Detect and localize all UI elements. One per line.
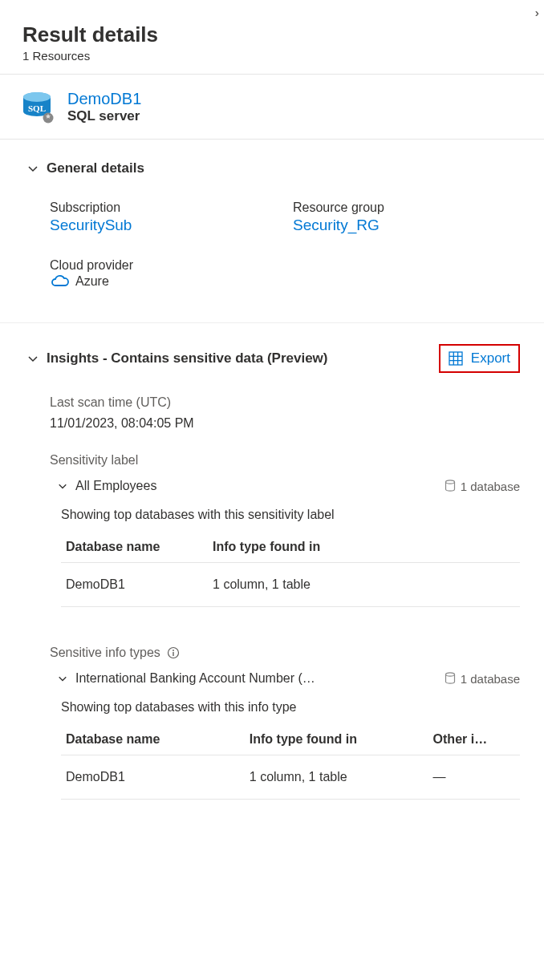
- export-label: Export: [471, 350, 510, 366]
- sensitivity-label-group: Sensitivity label All Employees 1 databa…: [50, 453, 520, 607]
- grid-icon: [449, 351, 463, 366]
- resource-type-label: SQL server: [67, 108, 141, 124]
- insights-body: Last scan time (UTC) 11/01/2023, 08:04:0…: [27, 373, 520, 800]
- info-type-count: 1 database: [445, 672, 520, 686]
- cell-db-name: DemoDB1: [61, 755, 245, 800]
- resource-group-link[interactable]: Security_RG: [293, 217, 520, 234]
- resource-group-label: Resource group: [293, 200, 520, 215]
- col-info-type-found[interactable]: Info type found in: [245, 724, 428, 755]
- section-toggle-insights[interactable]: Insights - Contains sensitive data (Prev…: [27, 350, 327, 366]
- cell-db-name: DemoDB1: [61, 563, 208, 607]
- subscription-link[interactable]: SecuritySub: [50, 217, 277, 234]
- sensitivity-label-heading: Sensitivity label: [50, 453, 520, 468]
- info-type-group: International Banking Account Number (… …: [50, 671, 520, 800]
- col-database-name[interactable]: Database name: [61, 724, 245, 755]
- panel-topbar: ››: [0, 0, 544, 19]
- sensitivity-group-name: All Employees: [75, 479, 156, 493]
- cloud-icon: [50, 274, 69, 289]
- resource-summary: SQL DemoDB1 SQL server: [0, 75, 544, 140]
- section-title-general: General details: [47, 160, 144, 176]
- field-subscription: Subscription SecuritySub: [50, 200, 277, 234]
- info-types-heading: Sensitive info types: [50, 646, 160, 660]
- svg-rect-12: [173, 652, 173, 656]
- info-type-subhead: Showing top databases with this info typ…: [61, 700, 520, 715]
- cell-other: —: [428, 755, 520, 800]
- chevron-down-icon: [27, 163, 39, 174]
- cloud-provider-value: Azure: [75, 274, 109, 289]
- info-type-group-name: International Banking Account Number (…: [75, 671, 315, 686]
- col-database-name[interactable]: Database name: [61, 532, 208, 563]
- chevron-down-icon: [27, 353, 39, 364]
- svg-text:SQL: SQL: [28, 103, 46, 113]
- cell-info-found: 1 column, 1 table: [245, 755, 428, 800]
- svg-point-13: [445, 673, 454, 676]
- page-title: Result details: [22, 22, 522, 47]
- svg-point-9: [445, 480, 454, 484]
- svg-point-11: [173, 650, 174, 651]
- general-details-grid: Subscription SecuritySub Resource group …: [27, 176, 520, 311]
- svg-point-1: [23, 92, 51, 102]
- field-resource-group: Resource group Security_RG: [293, 200, 520, 234]
- table-row[interactable]: DemoDB1 1 column, 1 table —: [61, 755, 520, 800]
- sensitivity-group-toggle[interactable]: All Employees 1 database: [50, 479, 520, 493]
- chevron-down-icon: [58, 481, 67, 491]
- col-info-type-found[interactable]: Info type found in: [208, 532, 520, 563]
- sensitivity-subhead: Showing top databases with this sensitiv…: [61, 508, 520, 522]
- chevron-down-icon: [58, 674, 67, 683]
- sql-server-icon: SQL: [19, 89, 55, 124]
- section-toggle-general[interactable]: General details: [27, 160, 520, 176]
- collapse-right-icon[interactable]: ››: [535, 6, 536, 19]
- last-scan-value: 11/01/2023, 08:04:05 PM: [50, 416, 520, 431]
- page-subtitle: 1 Resources: [22, 49, 522, 63]
- svg-rect-4: [449, 352, 462, 365]
- sensitivity-table: Database name Info type found in DemoDB1…: [61, 532, 520, 607]
- sensitivity-count: 1 database: [445, 480, 520, 493]
- col-other[interactable]: Other i…: [428, 724, 520, 755]
- section-general-details: General details Subscription SecuritySub…: [0, 140, 544, 323]
- subscription-label: Subscription: [50, 200, 277, 215]
- cloud-provider-label: Cloud provider: [50, 258, 277, 273]
- last-scan-label: Last scan time (UTC): [50, 395, 520, 410]
- database-icon: [445, 672, 456, 685]
- database-icon: [445, 480, 456, 492]
- info-types-heading-row: Sensitive info types: [50, 646, 520, 660]
- export-button[interactable]: Export: [439, 344, 520, 373]
- info-type-group-toggle[interactable]: International Banking Account Number (… …: [50, 671, 520, 686]
- panel-header: Result details 1 Resources: [0, 19, 544, 74]
- section-title-insights: Insights - Contains sensitive data (Prev…: [47, 350, 327, 366]
- info-type-table: Database name Info type found in Other i…: [61, 724, 520, 800]
- result-details-panel: ›› Result details 1 Resources SQL DemoDB…: [0, 0, 544, 811]
- cell-info-found: 1 column, 1 table: [208, 563, 520, 607]
- table-row[interactable]: DemoDB1 1 column, 1 table: [61, 563, 520, 607]
- resource-name-link[interactable]: DemoDB1: [67, 90, 141, 108]
- info-icon[interactable]: [167, 646, 180, 659]
- field-cloud-provider: Cloud provider Azure: [50, 258, 277, 289]
- section-insights: Insights - Contains sensitive data (Prev…: [0, 323, 544, 811]
